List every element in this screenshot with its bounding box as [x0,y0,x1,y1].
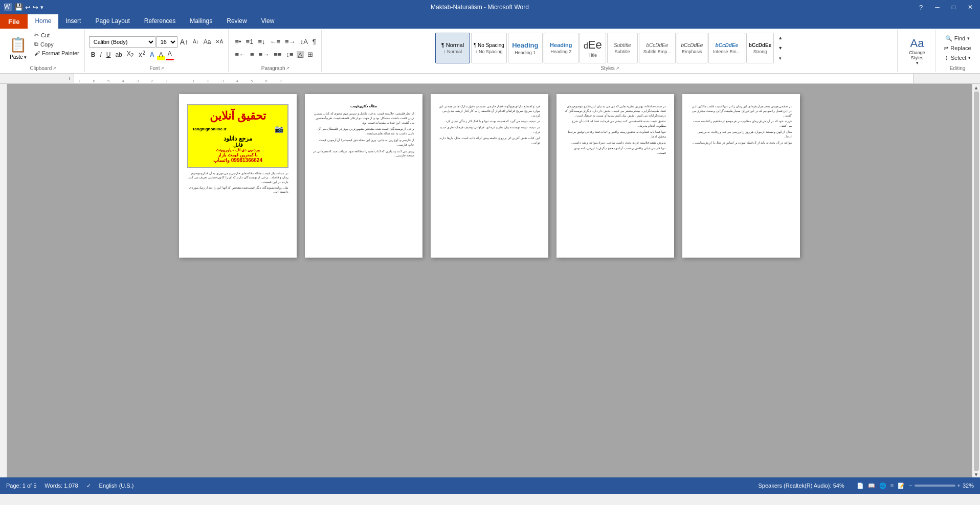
font-label: Font ↗ [89,65,225,71]
paragraph-expand-icon[interactable]: ↗ [286,66,289,71]
zoom-slider[interactable] [915,485,955,487]
minimize-btn[interactable]: ─ [932,3,943,12]
style-emphasis[interactable]: bCcDdEe Emphasis [677,33,707,63]
font-family-select[interactable]: Calibri (Body) [89,36,155,48]
line-spacing-button[interactable]: ↕≡ [284,49,295,60]
font-expand-icon[interactable]: ↗ [161,66,164,71]
styles-scroll-up[interactable]: ▲ [776,33,785,42]
underline-button[interactable]: U [104,49,113,60]
insert-tab[interactable]: Insert [58,14,88,29]
style-heading1[interactable]: Heading Heading 1 [508,33,543,63]
ruler-corner[interactable]: L [66,74,74,83]
styles-group: ¶ Normal ↑ Normal ¶ No Spacing ↑ No Spac… [323,30,898,72]
multilevel-button[interactable]: ≡↓ [256,36,267,48]
replace-button[interactable]: ⇌ Replace [942,44,973,53]
help-btn[interactable]: ? [916,3,926,12]
change-case-button[interactable]: Aa [202,36,213,48]
page-layout-tab[interactable]: Page Layout [88,14,137,29]
shading-button[interactable]: △ [296,49,305,60]
font-group: Calibri (Body) 16 A↑ A↓ Aa ✕A B I U ab X… [86,30,229,72]
borders-button[interactable]: ⊞ [305,49,315,60]
clipboard-expand-icon[interactable]: ↗ [53,66,56,71]
file-tab[interactable]: File [0,14,28,29]
references-tab[interactable]: References [137,14,183,29]
font-row2: B I U ab X2 X2 A A A [89,49,174,60]
highlight-button[interactable]: A [157,49,165,60]
paragraph-label: Paragraph ↗ [233,65,318,71]
text-effects-button[interactable]: A [148,49,157,60]
zoom-in-btn[interactable]: + [957,483,961,489]
copy-button[interactable]: ⧉ Copy [32,40,81,49]
style-normal[interactable]: ¶ Normal ↑ Normal [435,33,470,63]
font-grow-button[interactable]: A↑ [178,36,190,48]
quick-redo[interactable]: ↪ [33,4,38,11]
document-area[interactable]: تحقیق آنلاین Tahghighonline.ir 📷 مرجع دا… [7,84,972,477]
zoom-out-btn[interactable]: − [909,483,912,489]
font-row1: Calibri (Body) 16 A↑ A↓ Aa ✕A [89,36,225,48]
view-web-btn[interactable]: 🌐 [879,483,886,489]
ad-title: تحقیق آنلاین [192,109,283,123]
view-normal-btn[interactable]: 📄 [857,483,864,489]
ribbon-tabs: File Home Insert Page Layout References … [0,14,980,29]
paragraph-group: ≡• ≡1 ≡↓ ←≡ ≡→ ↕A ¶ ≡← ≡ ≡→ ≡≡ ↕≡ △ ⊞ Pa… [230,30,322,72]
cut-button[interactable]: ✂ Cut [32,31,81,39]
font-color-button[interactable]: A [166,49,174,60]
view-tab[interactable]: View [254,14,282,29]
vertical-scrollbar[interactable]: ▲ ▼ [972,84,980,477]
font-size-select[interactable]: 16 [156,36,177,48]
view-reading-btn[interactable]: 📖 [868,483,875,489]
view-outline-btn[interactable]: ≡ [890,483,894,489]
change-styles-group: Aa Change Styles ▾ [899,30,936,72]
page2-heading: مقاله دکتری قیمت [313,104,414,108]
superscript-button[interactable]: X2 [136,49,147,60]
select-button[interactable]: ⊹ Select ▾ [942,54,973,62]
subscript-button[interactable]: X2 [125,49,136,60]
find-button[interactable]: 🔍 Find ▾ [943,34,972,43]
sort-button[interactable]: ↕A [298,36,310,48]
scroll-up-arrow[interactable]: ▲ [974,85,979,90]
review-tab[interactable]: Review [219,14,254,29]
format-painter-button[interactable]: 🖌 Format Painter [32,49,81,57]
close-btn[interactable]: ✕ [965,3,976,12]
style-heading2[interactable]: Heading Heading 2 [544,33,578,63]
strikethrough-button[interactable]: ab [113,49,124,60]
para-row1: ≡• ≡1 ≡↓ ←≡ ≡→ ↕A ¶ [233,36,318,48]
clear-formatting-button[interactable]: ✕A [213,36,225,48]
maximize-btn[interactable]: □ [949,3,959,12]
increase-indent-button[interactable]: ≡→ [283,36,298,48]
change-styles-button[interactable]: Aa Change Styles ▾ [902,36,932,66]
page-3: فرد و اجتماع دارای هیچ‌گونه فشار خارجی ن… [431,94,548,258]
page-4: در سنت صادقانه بهترین نظریه هایی که می م… [556,94,674,258]
style-subtitle[interactable]: Subtitle Subtitle [607,33,638,63]
view-draft-btn[interactable]: 📝 [898,483,905,489]
show-paragraph-button[interactable]: ¶ [310,36,318,48]
align-right-button[interactable]: ≡→ [257,49,272,60]
app-title: Maktab-Naturalism - Microsoft Word [43,4,916,11]
font-shrink-button[interactable]: A↓ [191,36,201,48]
bold-button[interactable]: B [89,49,98,60]
paste-button[interactable]: 📋 Paste▾ [5,31,31,65]
quick-save[interactable]: 💾 [14,3,23,11]
numbering-button[interactable]: ≡1 [244,36,256,48]
align-left-button[interactable]: ≡← [233,49,248,60]
zoom-control[interactable]: − + 32% [909,483,974,489]
style-no-spacing[interactable]: ¶ No Spacing ↑ No Spacing [471,33,507,63]
styles-expand-icon[interactable]: ↗ [616,66,619,71]
ad-row: Tahghighonline.ir 📷 [192,125,283,133]
mailings-tab[interactable]: Mailings [183,14,219,29]
style-subtle-emphasis[interactable]: bCcDdEe Subtle Emp... [639,33,676,63]
quick-undo[interactable]: ↩ [25,4,31,11]
scroll-down-arrow[interactable]: ▼ [974,472,979,477]
style-intense-emphasis[interactable]: bCcDdEe Intense Em... [708,33,745,63]
align-center-button[interactable]: ≡ [248,49,256,60]
style-strong[interactable]: bCcDdEe Strong [746,33,774,63]
home-tab[interactable]: Home [28,14,58,29]
styles-scroll-down[interactable]: ▼ [776,43,785,53]
bullets-button[interactable]: ≡• [233,36,243,48]
italic-button[interactable]: I [98,49,103,60]
justify-button[interactable]: ≡≡ [272,49,283,60]
style-title[interactable]: dEe Title [580,33,606,63]
styles-expand[interactable]: ▾ [776,54,785,63]
scroll-thumb[interactable] [974,91,979,471]
decrease-indent-button[interactable]: ←≡ [268,36,282,48]
